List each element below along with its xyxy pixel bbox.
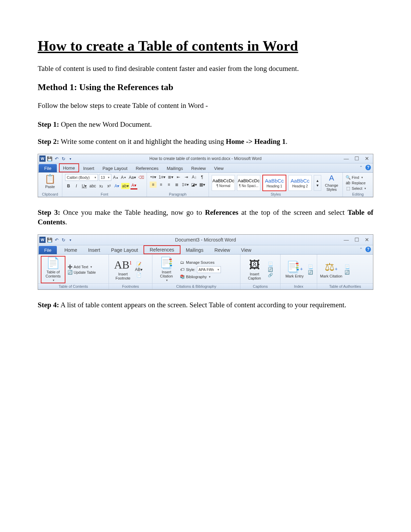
file-tab[interactable]: File xyxy=(39,246,57,254)
minimize-icon[interactable]: — xyxy=(344,156,349,162)
strike-button[interactable]: abc xyxy=(89,183,97,189)
underline-button[interactable]: U▾ xyxy=(81,183,88,189)
tab-page-layout[interactable]: Page Layout xyxy=(105,246,144,254)
help-icon[interactable]: ? xyxy=(365,165,371,170)
bullets-icon[interactable]: •≡▾ xyxy=(150,174,157,180)
qat-more-icon[interactable]: ▾ xyxy=(67,156,73,161)
help-icon[interactable]: ? xyxy=(365,247,371,252)
manage-sources-button[interactable]: 🗂Manage Sources xyxy=(180,260,221,265)
sort-icon[interactable]: A↓ xyxy=(191,174,198,180)
insert-toa-icon[interactable]: 📃 xyxy=(345,264,349,269)
change-case-icon[interactable]: Aa▾ xyxy=(128,174,137,181)
tab-home[interactable]: Home xyxy=(59,246,83,254)
qat-more-icon[interactable]: ▾ xyxy=(67,237,73,243)
maximize-icon[interactable]: ☐ xyxy=(354,237,359,243)
insert-footnote-button[interactable]: AB1 Insert Footnote xyxy=(112,259,134,280)
minimize-icon[interactable]: — xyxy=(344,237,349,243)
paste-button[interactable]: 📋 Paste xyxy=(41,174,59,189)
borders-icon[interactable]: ▦▾ xyxy=(199,182,206,188)
text-effects-icon[interactable]: A▾ xyxy=(113,183,120,189)
collapse-ribbon-icon[interactable]: ⌃ xyxy=(359,165,363,170)
shading-icon[interactable]: ◪▾ xyxy=(190,182,198,188)
save-icon[interactable]: 💾 xyxy=(47,156,52,161)
mark-entry-button[interactable]: 📑+ Mark Entry xyxy=(283,261,306,278)
save-icon[interactable]: 💾 xyxy=(47,237,52,243)
close-icon[interactable]: ✕ xyxy=(364,237,370,243)
bibliography-button[interactable]: 📚Bibliography▾ xyxy=(180,274,221,279)
toc-button[interactable]: 📄 Table of Contents▾ xyxy=(42,257,64,282)
select-icon: ⬚ xyxy=(346,186,350,191)
maximize-icon[interactable]: ☐ xyxy=(354,156,359,162)
show-notes-icon[interactable]: 📄 xyxy=(136,273,141,277)
justify-icon[interactable]: ≣ xyxy=(173,182,180,188)
insert-index-icon[interactable]: 📃 xyxy=(308,264,313,269)
styles-gallery-more-icon[interactable]: ▴▾ xyxy=(314,175,321,191)
group-clipboard: 📋 Paste Clipboard xyxy=(38,173,62,196)
collapse-ribbon-icon[interactable]: ⌃ xyxy=(359,247,363,252)
style-no-spacing[interactable]: AaBbCcDc ¶ No Spaci... xyxy=(237,175,260,191)
insert-tof-icon[interactable]: 📃 xyxy=(268,262,273,267)
tab-mailings[interactable]: Mailings xyxy=(163,164,187,172)
tab-view[interactable]: View xyxy=(210,164,228,172)
mark-citation-button[interactable]: ⚖+ Mark Citation xyxy=(320,261,342,278)
insert-caption-button[interactable]: 🖼 Insert Caption xyxy=(243,259,266,280)
paste-label: Paste xyxy=(45,185,55,189)
citation-style-combo[interactable]: APA Fift​h▾ xyxy=(197,266,221,273)
change-styles-button[interactable]: A Change Styles xyxy=(323,174,340,191)
italic-button[interactable]: I xyxy=(73,183,80,189)
align-left-icon[interactable]: ≡ xyxy=(150,182,157,188)
subscript-button[interactable]: x₂ xyxy=(98,183,104,189)
redo-icon[interactable]: ↻ xyxy=(61,237,66,243)
undo-icon[interactable]: ↶ xyxy=(54,237,59,243)
show-marks-icon[interactable]: ¶ xyxy=(199,174,206,180)
font-size-combo[interactable]: 13▾ xyxy=(99,174,111,181)
cross-ref-icon[interactable]: 🔗 xyxy=(268,273,273,277)
update-table-button[interactable]: 🔄Update Table xyxy=(67,270,96,275)
bold-button[interactable]: B xyxy=(65,183,72,189)
grow-font-icon[interactable]: A▲ xyxy=(112,174,119,181)
style-heading-1[interactable]: AaBbC​c Heading 1 xyxy=(262,175,286,191)
step-1-text: Open the new Word Document. xyxy=(59,120,152,128)
clear-format-icon[interactable]: ⌫ xyxy=(138,174,145,181)
update-toa-icon[interactable]: 🔄 xyxy=(345,270,349,275)
tab-view[interactable]: View xyxy=(236,246,257,254)
find-button[interactable]: 🔍Find▾ xyxy=(346,175,366,180)
tab-home[interactable]: Home xyxy=(59,163,79,172)
update-tof-icon[interactable]: 🔄 xyxy=(268,267,273,272)
tab-insert[interactable]: Insert xyxy=(79,164,99,172)
tab-mailings[interactable]: Mailings xyxy=(180,246,209,254)
outdent-icon[interactable]: ⇤ xyxy=(175,174,182,180)
superscript-button[interactable]: x² xyxy=(105,183,112,189)
step-4-text: A list of table content appears on the s… xyxy=(59,301,346,309)
tab-page-layout[interactable]: Page Layout xyxy=(98,164,132,172)
font-color-icon[interactable]: A▾ xyxy=(130,182,137,189)
select-button[interactable]: ⬚Select▾ xyxy=(346,186,366,191)
undo-icon[interactable]: ↶ xyxy=(54,156,59,161)
tab-review[interactable]: Review xyxy=(187,164,210,172)
tab-references[interactable]: References xyxy=(132,164,162,172)
tab-review[interactable]: Review xyxy=(209,246,236,254)
style-normal[interactable]: AaBbCcDc ¶ Normal xyxy=(212,175,235,191)
update-index-icon[interactable]: 🔄 xyxy=(308,270,313,275)
close-icon[interactable]: ✕ xyxy=(364,156,370,162)
file-tab[interactable]: File xyxy=(39,164,57,172)
align-right-icon[interactable]: ≡ xyxy=(165,182,172,188)
tab-insert[interactable]: Insert xyxy=(83,246,105,254)
insert-endnote-icon[interactable]: 📝 xyxy=(136,262,141,267)
add-text-button[interactable]: ➕Add Text▾ xyxy=(67,264,96,269)
highlight-icon[interactable]: ab▾ xyxy=(121,183,129,189)
indent-icon[interactable]: ⇥ xyxy=(183,174,190,180)
next-footnote-icon[interactable]: AB▾ xyxy=(136,267,141,272)
style-heading-2[interactable]: AaBbCc Heading 2 xyxy=(288,175,312,191)
insert-citation-button[interactable]: 📑 Insert Citation▾ xyxy=(155,257,178,282)
tab-references[interactable]: References xyxy=(144,245,180,254)
font-name-combo[interactable]: Calibri (Body)▾ xyxy=(65,174,98,181)
replace-button[interactable]: abReplace xyxy=(346,181,366,185)
group-captions-label: Captions xyxy=(240,283,280,289)
multilevel-icon[interactable]: ≣▾ xyxy=(167,174,174,180)
shrink-font-icon[interactable]: A▼ xyxy=(120,174,127,181)
line-spacing-icon[interactable]: ‡≡▾ xyxy=(181,182,189,188)
redo-icon[interactable]: ↻ xyxy=(61,156,66,161)
align-center-icon[interactable]: ≡ xyxy=(158,182,164,188)
numbering-icon[interactable]: 1≡▾ xyxy=(158,174,166,180)
